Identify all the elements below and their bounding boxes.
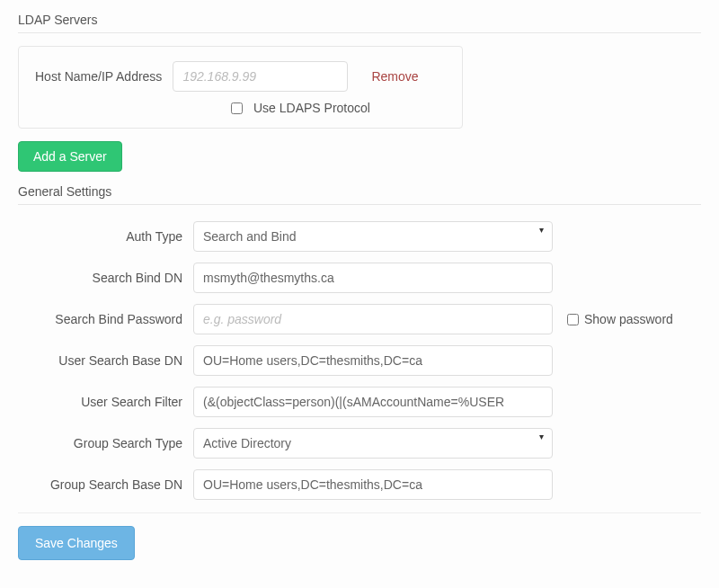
use-ldaps-label: Use LDAPS Protocol	[253, 101, 370, 115]
search-bind-pw-label: Search Bind Password	[18, 312, 193, 326]
ldap-servers-title: LDAP Servers	[18, 13, 701, 33]
group-base-dn-input[interactable]	[193, 469, 553, 500]
use-ldaps-checkbox[interactable]	[231, 102, 243, 114]
auth-type-label: Auth Type	[18, 229, 193, 244]
search-bind-dn-label: Search Bind DN	[18, 271, 193, 285]
divider	[18, 512, 701, 513]
group-base-dn-label: Group Search Base DN	[18, 477, 193, 492]
show-password-checkbox[interactable]	[567, 314, 579, 325]
save-changes-button[interactable]: Save Changes	[18, 526, 135, 560]
remove-server-link[interactable]: Remove	[371, 69, 418, 84]
search-bind-dn-input[interactable]	[193, 263, 553, 293]
user-filter-label: User Search Filter	[18, 395, 193, 409]
host-input[interactable]	[173, 61, 348, 92]
user-base-dn-label: User Search Base DN	[18, 353, 193, 368]
host-label: Host Name/IP Address	[35, 69, 162, 84]
general-settings-title: General Settings	[18, 184, 701, 205]
search-bind-pw-input[interactable]	[193, 304, 553, 334]
add-server-button[interactable]: Add a Server	[18, 141, 122, 172]
show-password-label: Show password	[584, 312, 673, 326]
user-base-dn-input[interactable]	[193, 345, 553, 376]
group-search-type-select[interactable]: Active Directory	[193, 428, 553, 459]
server-box: Host Name/IP Address Remove Use LDAPS Pr…	[18, 46, 463, 129]
user-filter-input[interactable]	[193, 387, 553, 417]
auth-type-select[interactable]: Search and Bind	[193, 221, 553, 252]
group-search-type-label: Group Search Type	[18, 436, 193, 450]
